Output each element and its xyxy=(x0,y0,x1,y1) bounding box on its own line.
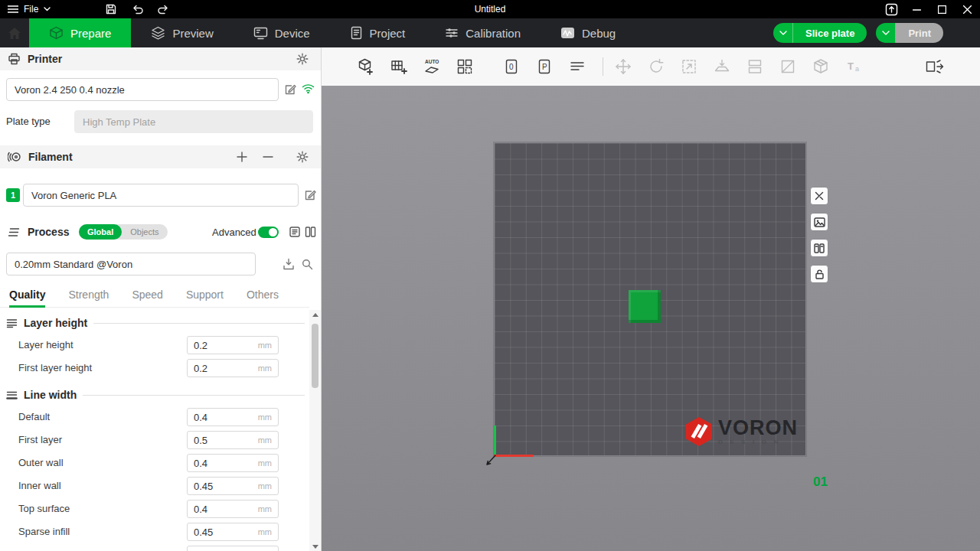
maximize-button[interactable] xyxy=(929,0,955,18)
plate-settings-button[interactable] xyxy=(810,239,828,257)
plate-image-button[interactable] xyxy=(810,213,828,231)
printer-settings-gear-icon[interactable] xyxy=(296,53,309,65)
first-layer-height-input[interactable] xyxy=(188,363,255,374)
add-plate-button[interactable] xyxy=(388,56,410,77)
chevron-down-icon xyxy=(779,31,787,35)
tab-quality[interactable]: Quality xyxy=(9,282,45,308)
home-button[interactable] xyxy=(0,18,29,47)
layer-height-field[interactable]: mm xyxy=(187,336,279,354)
process-tab-bar: Quality Strength Speed Support Others xyxy=(0,282,309,308)
plate-label-0-icon: 0 xyxy=(503,58,520,75)
save-button[interactable] xyxy=(98,0,124,18)
scale-button[interactable] xyxy=(678,56,700,77)
model-cube[interactable] xyxy=(629,290,661,323)
text-tool-button[interactable]: Ta xyxy=(843,56,864,77)
print-options-button[interactable] xyxy=(876,23,896,43)
tab-others[interactable]: Others xyxy=(247,282,279,308)
tab-preview[interactable]: Preview xyxy=(131,18,233,47)
svg-text:a: a xyxy=(855,65,859,73)
setting-row: Outer wall mm xyxy=(0,452,309,474)
filament-edit-icon[interactable] xyxy=(304,189,316,201)
printer-connection-wifi-icon[interactable] xyxy=(302,83,315,94)
filament-settings-gear-icon[interactable] xyxy=(296,151,309,163)
tab-project[interactable]: Project xyxy=(330,18,426,47)
line-width-top-surface-field[interactable]: mm xyxy=(187,500,279,518)
scroll-up-arrow[interactable] xyxy=(309,310,321,319)
line-width-top-surface-input[interactable] xyxy=(188,504,255,515)
setting-label: Sparse infill xyxy=(18,526,70,537)
line-width-inner-wall-input[interactable] xyxy=(188,481,255,492)
plate-close-button[interactable] xyxy=(810,187,828,205)
tab-strength[interactable]: Strength xyxy=(68,282,109,308)
tab-speed[interactable]: Speed xyxy=(132,282,162,308)
add-filament-plus-icon[interactable] xyxy=(237,152,247,162)
voron-logo-subtext: DESIGN xyxy=(718,439,798,445)
advanced-toggle[interactable] xyxy=(258,227,279,238)
close-button[interactable] xyxy=(955,0,980,18)
preset-search-icon[interactable] xyxy=(301,258,313,270)
tab-prepare[interactable]: Prepare xyxy=(29,18,131,47)
printer-edit-icon[interactable] xyxy=(284,83,296,96)
setting-input-partial[interactable] xyxy=(187,546,279,551)
slice-plate-button[interactable]: Slice plate xyxy=(793,23,867,43)
canvas-3d[interactable]: VORON DESIGN 01 xyxy=(322,86,980,551)
split-diagonal-button[interactable] xyxy=(777,56,799,77)
scope-global-button[interactable]: Global xyxy=(79,224,122,240)
upload-button[interactable] xyxy=(879,0,904,18)
auto-orient-button[interactable]: AUTO xyxy=(421,56,443,77)
add-object-button[interactable] xyxy=(355,56,377,77)
slice-options-button[interactable] xyxy=(773,23,793,43)
plate-label-p-button[interactable]: P xyxy=(534,56,555,77)
tab-calibration[interactable]: Calibration xyxy=(425,18,541,47)
line-width-default-input[interactable] xyxy=(188,412,255,423)
svg-text:T: T xyxy=(848,60,854,72)
plate-lines-button[interactable] xyxy=(567,56,588,77)
process-list-icon[interactable] xyxy=(289,226,301,238)
split-horizontal-button[interactable] xyxy=(744,56,766,77)
scroll-down-arrow[interactable] xyxy=(309,542,321,551)
line-width-sparse-infill-input[interactable] xyxy=(188,527,255,538)
scrollbar-thumb[interactable] xyxy=(312,324,318,388)
process-compare-icon[interactable] xyxy=(305,226,316,238)
unit-label: mm xyxy=(258,504,272,514)
line-width-outer-wall-field[interactable]: mm xyxy=(187,454,279,472)
build-plate[interactable]: VORON DESIGN xyxy=(494,142,806,456)
plate-type-select[interactable]: High Temp Plate xyxy=(74,110,313,133)
minimize-button[interactable] xyxy=(904,0,929,18)
tab-debug[interactable]: Debug xyxy=(541,18,635,47)
line-width-inner-wall-field[interactable]: mm xyxy=(187,477,279,495)
upload-icon xyxy=(885,3,898,16)
line-width-default-field[interactable]: mm xyxy=(187,408,279,426)
line-width-first-layer-input[interactable] xyxy=(188,435,255,446)
filament-preset-select[interactable]: Voron Generic PLA xyxy=(23,184,299,207)
file-menu[interactable]: File xyxy=(0,0,58,18)
rotate-button[interactable] xyxy=(645,56,667,77)
move-button[interactable] xyxy=(612,56,634,77)
lay-flat-button[interactable] xyxy=(711,56,733,77)
line-width-outer-wall-input[interactable] xyxy=(188,458,255,469)
line-width-first-layer-field[interactable]: mm xyxy=(187,431,279,449)
redo-button[interactable] xyxy=(150,0,176,18)
print-button[interactable]: Print xyxy=(896,23,943,43)
printer-preset-select[interactable]: Voron 2.4 250 0.4 nozzle xyxy=(6,78,279,101)
arrange-button[interactable] xyxy=(454,56,475,77)
preset-save-icon[interactable] xyxy=(283,258,295,270)
filament-slot-badge[interactable]: 1 xyxy=(6,188,20,202)
rotate-icon xyxy=(648,58,665,75)
plate-lock-button[interactable] xyxy=(810,265,828,283)
scope-objects-button[interactable]: Objects xyxy=(122,224,167,240)
split-objects-button[interactable] xyxy=(924,56,946,77)
line-width-sparse-infill-field[interactable]: mm xyxy=(187,523,279,541)
assembly-button[interactable] xyxy=(810,56,831,77)
tab-support[interactable]: Support xyxy=(186,282,224,308)
process-preset-select[interactable]: 0.20mm Standard @Voron xyxy=(6,253,256,276)
remove-filament-minus-icon[interactable] xyxy=(263,152,273,162)
undo-button[interactable] xyxy=(124,0,150,18)
layer-height-input[interactable] xyxy=(188,340,255,351)
prepare-cube-icon xyxy=(49,26,64,41)
first-layer-height-field[interactable]: mm xyxy=(187,359,279,377)
voron-logo-text: VORON xyxy=(718,419,798,438)
tab-device[interactable]: Device xyxy=(234,18,330,47)
settings-scrollbar[interactable] xyxy=(309,310,321,551)
plate-label-0-button[interactable]: 0 xyxy=(501,56,522,77)
